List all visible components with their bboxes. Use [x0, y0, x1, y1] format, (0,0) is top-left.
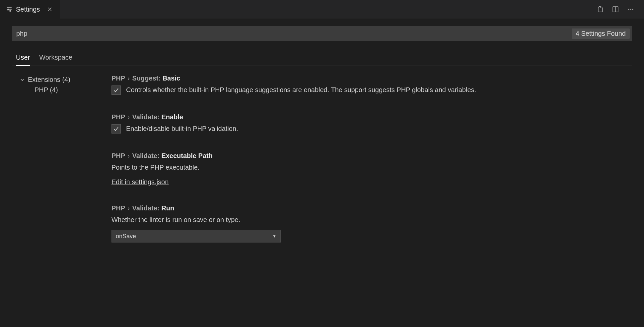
setting-php-validate-executable-path: PHP › Validate: Executable Path Points t… — [111, 152, 619, 186]
tabbar-actions — [587, 0, 644, 19]
tab-title: Settings — [16, 6, 40, 13]
setting-description: Enable/disable built-in PHP validation. — [126, 124, 238, 134]
settings-list: PHP › Suggest: Basic Controls whether th… — [111, 75, 632, 261]
settings-body: Extensions (4) PHP (4) PHP › Suggest: Ba… — [12, 75, 632, 261]
svg-point-5 — [10, 10, 11, 11]
close-icon[interactable] — [46, 5, 54, 13]
settings-search: 4 Settings Found — [12, 26, 632, 41]
more-actions-icon[interactable] — [627, 5, 635, 13]
split-editor-icon[interactable] — [611, 5, 619, 13]
chevron-down-icon: ▼ — [272, 234, 276, 239]
svg-point-10 — [628, 9, 629, 10]
select-value: onSave — [116, 233, 136, 240]
edit-in-settings-json-link[interactable]: Edit in settings.json — [111, 178, 169, 186]
tab-settings[interactable]: Settings — [0, 0, 60, 19]
settings-editor: 4 Settings Found User Workspace Extensio… — [0, 19, 644, 261]
setting-description: Controls whether the built-in PHP langua… — [126, 85, 476, 95]
settings-scope-tabs: User Workspace — [12, 51, 632, 66]
setting-description: Whether the linter is run on save or on … — [111, 215, 619, 225]
setting-php-validate-enable: PHP › Validate: Enable Enable/disable bu… — [111, 113, 619, 134]
svg-point-12 — [632, 9, 633, 10]
scope-tab-user[interactable]: User — [16, 51, 30, 66]
toc-item-extensions[interactable]: Extensions (4) — [20, 75, 111, 85]
settings-outline-icon — [6, 6, 13, 13]
setting-title: PHP › Validate: Run — [111, 204, 619, 212]
setting-description: Points to the PHP executable. — [111, 162, 619, 172]
toc-item-php[interactable]: PHP (4) — [20, 85, 111, 95]
setting-php-suggest-basic: PHP › Suggest: Basic Controls whether th… — [111, 75, 619, 95]
settings-toc: Extensions (4) PHP (4) — [12, 75, 111, 261]
svg-point-11 — [630, 9, 631, 10]
scope-tab-workspace[interactable]: Workspace — [39, 51, 72, 66]
setting-title: PHP › Suggest: Basic — [111, 75, 619, 82]
settings-search-count: 4 Settings Found — [572, 28, 630, 39]
tabbar-spacer — [60, 0, 587, 19]
checkbox[interactable] — [111, 124, 121, 134]
setting-php-validate-run: PHP › Validate: Run Whether the linter i… — [111, 204, 619, 243]
settings-search-input[interactable] — [12, 26, 572, 41]
chevron-down-icon — [20, 78, 25, 82]
setting-title: PHP › Validate: Executable Path — [111, 152, 619, 160]
checkbox[interactable] — [111, 85, 121, 95]
setting-select[interactable]: onSave ▼ — [111, 230, 281, 243]
setting-title: PHP › Validate: Enable — [111, 113, 619, 121]
editor-tabbar: Settings — [0, 0, 644, 19]
toc-label: PHP (4) — [35, 86, 58, 94]
svg-point-3 — [10, 7, 11, 8]
open-settings-json-icon[interactable] — [596, 5, 604, 13]
toc-label: Extensions (4) — [28, 76, 70, 83]
